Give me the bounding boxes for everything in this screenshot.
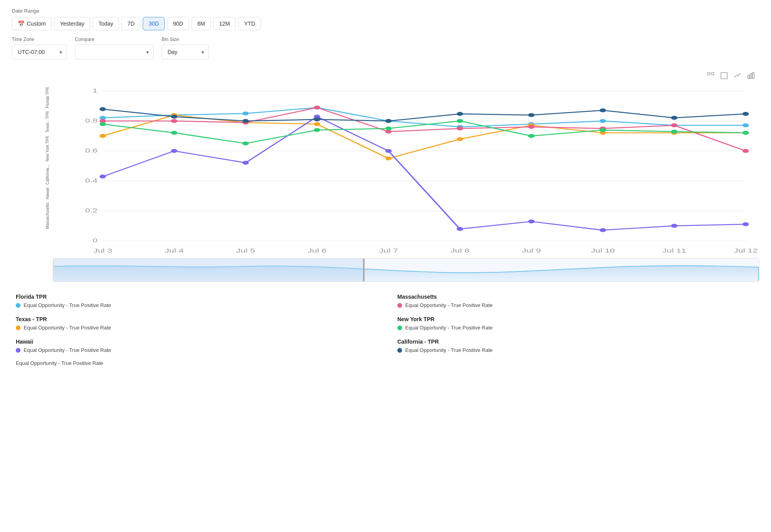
main-chart-svg: 1 0.8 0.6 0.4 0.2 0 Jul 3 Jul 4 Jul 5 Ju… [51,83,759,257]
svg-point-68 [99,122,106,126]
binsize-group: Bin Size HourDayWeekMonth [162,37,209,60]
svg-text:Jul 12: Jul 12 [734,247,758,254]
svg-text:Jul 7: Jul 7 [379,247,398,254]
legend-massachusetts-metric: Equal Opportunity - True Positive Rate [405,302,493,308]
svg-point-81 [314,117,320,121]
legend-florida-item: Equal Opportunity - True Positive Rate [16,302,374,308]
svg-rect-1 [711,73,714,75]
legend-container: Florida TPR Equal Opportunity - True Pos… [12,294,759,353]
mini-chart-container[interactable] [53,258,759,282]
legend-florida-metric: Equal Opportunity - True Positive Rate [24,302,111,308]
y-label-newyork: New York TPR [45,136,50,162]
timezone-select-wrapper[interactable]: UTC-07:00UTC-05:00UTC+00:00UTC+08:00 [12,45,67,60]
svg-text:0.4: 0.4 [85,177,98,184]
legend-texas-dot [16,326,20,330]
date-btn-yesterday[interactable]: Yesterday [54,17,90,30]
y-label-hawaii: Hawaii [45,188,50,199]
timezone-select[interactable]: UTC-07:00UTC-05:00UTC+00:00UTC+08:00 [12,45,67,60]
svg-point-79 [171,115,177,119]
legend-texas: Texas - TPR Equal Opportunity - True Pos… [16,316,374,331]
svg-text:Jul 4: Jul 4 [165,247,184,254]
svg-point-43 [457,137,463,141]
svg-point-63 [457,126,463,130]
legend-texas-metric: Equal Opportunity - True Positive Rate [24,325,111,331]
svg-point-56 [671,224,677,228]
controls-row: Time Zone UTC-07:00UTC-05:00UTC+00:00UTC… [12,37,759,60]
svg-point-87 [743,112,749,116]
svg-point-42 [385,156,391,160]
binsize-select-wrapper[interactable]: HourDayWeekMonth [162,45,209,60]
svg-point-59 [171,119,177,123]
legend-newyork-title: New York TPR [397,316,755,322]
bar-chart-icon[interactable] [747,71,755,80]
svg-point-50 [242,161,249,165]
svg-text:Jul 5: Jul 5 [236,247,255,254]
mini-left-handle[interactable] [53,259,54,281]
date-btn-7d[interactable]: 7D [121,17,140,30]
svg-text:Jul 3: Jul 3 [93,247,112,254]
date-btn-7d-label: 7D [127,20,134,27]
svg-point-86 [671,116,677,120]
svg-point-82 [385,119,391,123]
legend-hawaii-dot [16,348,20,353]
svg-point-84 [528,113,534,117]
date-btn-12m-label: 12M [219,20,230,27]
legend-california-metric: Equal Opportunity - True Positive Rate [405,347,493,353]
legend-hawaii-metric: Equal Opportunity - True Positive Rate [24,347,111,353]
svg-point-70 [242,141,249,145]
svg-point-57 [743,222,749,226]
chart-container: Florida TPR Texas - TPR New York TPR Cal… [12,83,759,282]
compare-select[interactable]: Previous PeriodPrevious Year [75,45,154,60]
line-chart-icon[interactable] [733,71,742,80]
date-btn-custom[interactable]: 📅Custom [12,17,52,30]
y-label-florida: Florida TPR [45,87,50,108]
date-btn-30d[interactable]: 30D [143,17,165,30]
y-label-california: California... [45,165,50,185]
svg-point-37 [743,123,749,127]
date-range-buttons: 📅CustomYesterdayToday7D30D90D6M12MYTD [12,17,759,30]
chart-toolbar [12,71,759,80]
svg-rect-0 [708,73,710,75]
legend-massachusetts-title: Massachusetts [397,294,755,300]
date-btn-6m[interactable]: 6M [192,17,211,30]
svg-point-83 [457,112,463,116]
mini-right-handle[interactable] [364,259,365,281]
svg-text:0.8: 0.8 [85,117,98,124]
date-btn-30d-label: 30D [149,20,159,27]
legend-california-item: Equal Opportunity - True Positive Rate [397,347,755,353]
legend-newyork-metric: Equal Opportunity - True Positive Rate [405,325,493,331]
svg-point-66 [671,123,677,127]
date-btn-90d[interactable]: 90D [167,17,189,30]
svg-text:0.2: 0.2 [85,207,98,214]
expand-icon[interactable] [706,71,715,80]
date-btn-12m[interactable]: 12M [213,17,236,30]
legend-california-dot [397,348,402,353]
date-btn-ytd[interactable]: YTD [238,17,261,30]
svg-point-54 [528,219,534,223]
binsize-select[interactable]: HourDayWeekMonth [162,45,209,60]
svg-point-74 [528,134,534,138]
svg-point-69 [171,131,177,135]
legend-california: California - TPR Equal Opportunity - Tru… [397,339,755,353]
legend-newyork-item: Equal Opportunity - True Positive Rate [397,325,755,331]
legend-florida: Florida TPR Equal Opportunity - True Pos… [16,294,374,308]
shrink-icon[interactable] [720,71,728,80]
calendar-icon: 📅 [18,20,24,27]
svg-point-52 [385,149,391,153]
date-btn-today-label: Today [99,20,113,27]
date-btn-today[interactable]: Today [93,17,119,30]
compare-select-wrapper[interactable]: Previous PeriodPrevious Year [75,45,154,60]
legend-massachusetts-item: Equal Opportunity - True Positive Rate [397,302,755,308]
svg-rect-4 [750,74,752,78]
svg-chart-wrapper: 1 0.8 0.6 0.4 0.2 0 Jul 3 Jul 4 Jul 5 Ju… [51,83,759,258]
svg-point-41 [314,122,320,126]
legend-newyork: New York TPR Equal Opportunity - True Po… [397,316,755,331]
svg-point-48 [99,175,106,179]
legend-texas-title: Texas - TPR [16,316,374,322]
y-label-texas: Texas - TPR [45,111,50,133]
svg-text:Jul 8: Jul 8 [451,247,469,254]
svg-point-55 [600,228,606,232]
mini-chart-row [12,258,759,282]
legend-florida-dot [16,303,20,308]
compare-label: Compare [75,37,154,42]
